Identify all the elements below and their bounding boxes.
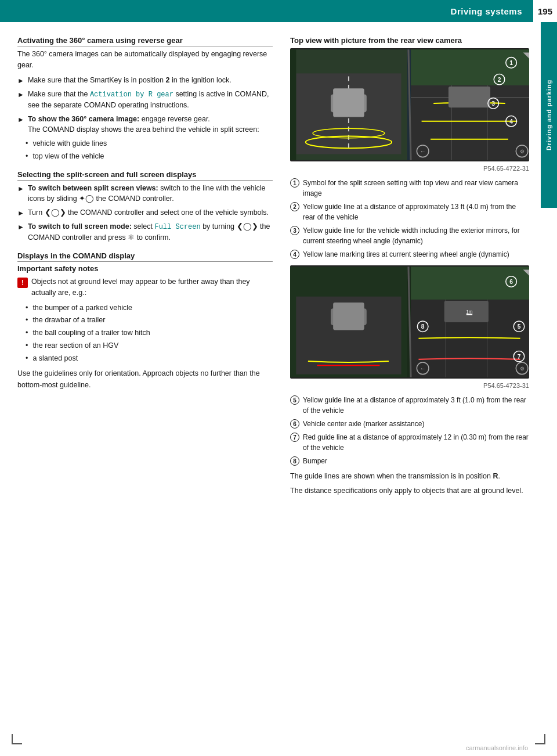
section1-intro: The 360° camera images can be automatica… xyxy=(17,49,273,71)
dot-icon-7: • xyxy=(26,353,28,364)
num-circle-7: 7 xyxy=(290,433,299,442)
num-list-top: 1 Symbol for the split screen setting wi… xyxy=(290,178,529,260)
warning-icon: ! xyxy=(17,278,28,288)
num-item-2: 2 Yellow guide line at a distance of app… xyxy=(290,201,529,222)
num-circle-1: 1 xyxy=(290,178,299,188)
section3-heading: Displays in the COMAND display xyxy=(17,251,273,262)
left-column: Activating the 360° camera using reverse… xyxy=(0,36,284,501)
dot-hgv: • the rear section of an HGV xyxy=(17,340,273,351)
svg-text:←: ← xyxy=(420,148,426,154)
bullet-switch-split: ► To switch between split screen views: … xyxy=(17,183,273,205)
corner-bl xyxy=(12,734,22,744)
num-item-5-text: Yellow guide line at a distance of appro… xyxy=(303,395,529,416)
num-item-6: 6 Vehicle center axle (marker assistance… xyxy=(290,419,529,429)
arrow-icon-1: ► xyxy=(17,75,24,86)
dot-icon-2: • xyxy=(26,151,28,162)
dot-drawbar-text: the drawbar of a trailer xyxy=(32,315,105,326)
dot-drawbar: • the drawbar of a trailer xyxy=(17,315,273,326)
section-displays: Displays in the COMAND display Important… xyxy=(17,251,273,391)
bullet-smartkey-text: Make sure that the SmartKey is in positi… xyxy=(28,75,232,86)
bullet-turn-text: Turn ❮◯❯ the COMAND controller and selec… xyxy=(28,207,269,218)
sub-bullet-1: • vehicle with guide lines xyxy=(17,138,273,149)
bullet-activation-text: Make sure that the Activation by R gear … xyxy=(28,89,273,111)
svg-text:8: 8 xyxy=(421,323,425,330)
top-image-heading: Top view with picture from the rear view… xyxy=(290,36,529,45)
svg-rect-14 xyxy=(411,49,529,85)
num-circle-4: 4 xyxy=(290,250,299,259)
bullet-activation: ► Make sure that the Activation by R gea… xyxy=(17,89,273,111)
arrow-icon-4: ► xyxy=(17,183,24,194)
bottom-image-caption: P54.65-4723-31 xyxy=(290,382,529,389)
num-item-4: 4 Yellow lane marking tires at current s… xyxy=(290,249,529,260)
section2-heading: Selecting the split-screen and full scre… xyxy=(17,170,273,181)
section3-footer: Use the guidelines only for orientation.… xyxy=(17,368,273,391)
section3-subheading: Important safety notes xyxy=(17,264,273,273)
num-item-8: 8 Bumper xyxy=(290,456,529,466)
section1-heading: Activating the 360° camera using reverse… xyxy=(17,36,273,46)
num-item-2-text: Yellow guide line at a distance of appro… xyxy=(303,201,529,222)
top-camera-svg: ← ⚙ 1 2 3 4 xyxy=(290,48,529,161)
svg-text:1m: 1m xyxy=(466,309,473,315)
svg-rect-34 xyxy=(333,303,364,330)
bullet-fullscreen: ► To switch to full screen mode: select … xyxy=(17,221,273,243)
num-item-5: 5 Yellow guide line at a distance of app… xyxy=(290,395,529,416)
dot-slanted-text: a slanted post xyxy=(32,353,78,364)
svg-text:⚙: ⚙ xyxy=(520,366,525,372)
num-item-6-text: Vehicle center axle (marker assistance) xyxy=(303,419,424,429)
watermark: carmanualsonline.info xyxy=(466,744,528,751)
num-item-7-text: Red guide line at a distance of approxim… xyxy=(303,432,529,453)
right-column: Top view with picture from the rear view… xyxy=(284,36,541,501)
main-content: Activating the 360° camera using reverse… xyxy=(0,22,557,501)
svg-rect-15 xyxy=(449,87,490,107)
header-bar: Driving systems xyxy=(0,0,557,22)
svg-text:2: 2 xyxy=(498,77,501,83)
arrow-icon-3: ► xyxy=(17,114,24,125)
num-circle-8: 8 xyxy=(290,456,299,466)
sub-bullet-1-text: vehicle with guide lines xyxy=(32,138,107,149)
bullet-switch-split-text: To switch between split screen views: sw… xyxy=(28,183,273,205)
bottom-camera-image: 1m ← ⚙ 6 5 7 8 xyxy=(290,265,529,379)
sub-bullet-2-text: top view of the vehicle xyxy=(32,151,104,162)
num-item-4-text: Yellow lane marking tires at current ste… xyxy=(303,249,509,260)
num-item-7: 7 Red guide line at a distance of approx… xyxy=(290,432,529,453)
right-footer-2: The distance specifications only apply t… xyxy=(290,485,529,496)
corner-br xyxy=(535,734,545,744)
warning-text: Objects not at ground level may appear t… xyxy=(31,276,273,299)
num-circle-6: 6 xyxy=(290,419,299,429)
svg-text:1: 1 xyxy=(509,60,513,66)
num-item-1: 1 Symbol for the split screen setting wi… xyxy=(290,178,529,199)
side-tab: Driving and parking xyxy=(541,22,557,208)
dot-ball-coupling: • the ball coupling of a trailer tow hit… xyxy=(17,327,273,339)
bullet-smartkey: ► Make sure that the SmartKey is in posi… xyxy=(17,75,273,86)
bullet-show-image: ► To show the 360° camera image: engage … xyxy=(17,114,273,136)
num-circle-2: 2 xyxy=(290,202,299,211)
svg-text:6: 6 xyxy=(509,279,513,285)
svg-text:⚙: ⚙ xyxy=(520,149,525,154)
arrow-icon-5: ► xyxy=(17,208,24,218)
svg-text:←: ← xyxy=(420,365,426,372)
svg-rect-8 xyxy=(290,49,296,160)
bottom-camera-svg: 1m ← ⚙ 6 5 7 8 xyxy=(290,265,529,379)
top-image-caption: P54.65-4722-31 xyxy=(290,165,529,172)
num-item-3: 3 Yellow guide line for the vehicle widt… xyxy=(290,225,529,246)
arrow-icon-2: ► xyxy=(17,89,24,100)
dot-ball-coupling-text: the ball coupling of a trailer tow hitch xyxy=(32,327,150,339)
dot-icon-4: • xyxy=(26,315,28,326)
header-title: Driving systems xyxy=(451,6,522,16)
page-number: 195 xyxy=(533,0,557,22)
dot-icon-1: • xyxy=(26,138,28,149)
num-list-bottom: 5 Yellow guide line at a distance of app… xyxy=(290,395,529,466)
bullet-fullscreen-text: To switch to full screen mode: select Fu… xyxy=(28,221,273,243)
dot-icon-3: • xyxy=(26,303,28,314)
num-circle-3: 3 xyxy=(290,226,299,235)
dot-bumper: • the bumper of a parked vehicle xyxy=(17,303,273,314)
section-activate-camera: Activating the 360° camera using reverse… xyxy=(17,36,273,162)
arrow-icon-6: ► xyxy=(17,222,24,232)
dot-icon-5: • xyxy=(26,327,28,339)
bullet-show-image-text: To show the 360° camera image: engage re… xyxy=(28,114,259,136)
num-item-8-text: Bumper xyxy=(303,456,327,466)
svg-text:7: 7 xyxy=(518,354,521,360)
num-circle-5: 5 xyxy=(290,395,299,405)
top-camera-image: ← ⚙ 1 2 3 4 xyxy=(290,48,529,161)
right-footer-1: The guide lines are shown when the trans… xyxy=(290,471,529,482)
